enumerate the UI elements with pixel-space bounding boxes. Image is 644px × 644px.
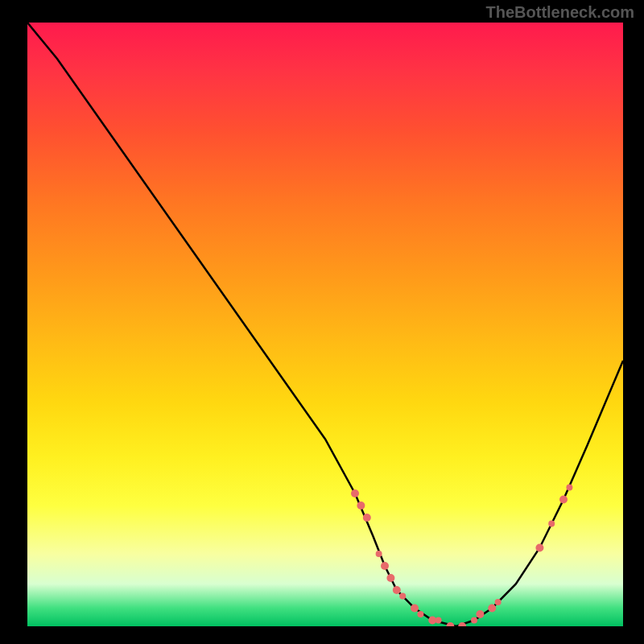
data-marker	[488, 605, 496, 613]
data-marker	[446, 622, 454, 626]
plot-area	[27, 23, 623, 626]
data-marker	[566, 485, 572, 491]
data-marker	[436, 617, 442, 624]
data-marker	[393, 586, 401, 594]
data-marker	[559, 496, 568, 504]
data-marker	[357, 502, 365, 510]
data-marker	[386, 574, 394, 582]
marker-group	[351, 485, 572, 627]
data-marker	[476, 610, 484, 618]
data-marker	[471, 617, 477, 624]
chart-svg	[27, 23, 623, 626]
chart-container: TheBottleneck.com	[0, 0, 644, 644]
data-marker	[363, 514, 371, 522]
data-marker	[411, 605, 419, 613]
watermark-text: TheBottleneck.com	[486, 3, 634, 22]
bottleneck-curve	[27, 23, 623, 626]
data-marker	[548, 521, 555, 527]
data-marker	[381, 562, 389, 570]
data-marker	[535, 544, 543, 552]
data-marker	[417, 611, 423, 617]
data-marker	[351, 489, 359, 497]
data-marker	[376, 551, 382, 557]
data-marker	[495, 599, 502, 605]
data-marker	[399, 593, 406, 600]
